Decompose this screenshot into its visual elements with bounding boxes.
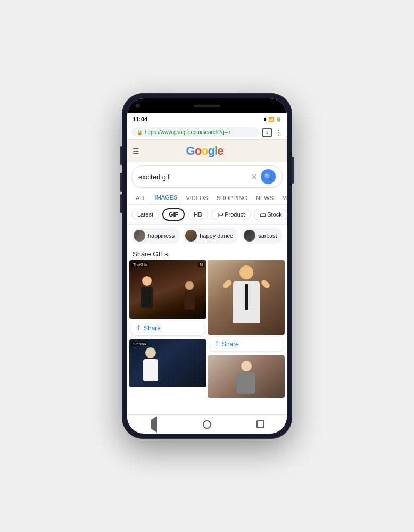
url-field[interactable]: 🔒 https://www.google.com/search?q=e: [131, 127, 259, 137]
filter-chips: Latest GIF HD 🏷 Product 🗃 Stock: [127, 205, 287, 225]
earpiece-speaker: [194, 105, 220, 107]
share-card-2[interactable]: ⤴ Share: [210, 337, 283, 351]
suggestion-happy-dance-label: happy dance: [200, 232, 233, 239]
search-bar[interactable]: excited gif ✕ 🔍: [131, 165, 283, 188]
phone-screen: 11:04 ▮ 📶 🔋 🔒 https://www.google.com/sea…: [127, 98, 287, 434]
clear-search-icon[interactable]: ✕: [251, 172, 258, 181]
browser-menu[interactable]: ⋮: [275, 128, 283, 137]
tab-more[interactable]: MA: [278, 192, 287, 204]
suggestion-sarcastic[interactable]: sarcast: [242, 228, 282, 244]
nav-back-button[interactable]: [147, 418, 160, 431]
share-gifs-heading: Share GIFs: [127, 247, 287, 260]
gif-1-mtv-badge: M: [198, 262, 204, 267]
url-domain: www.google.com/search?q=e: [161, 129, 230, 135]
filter-hd[interactable]: HD: [188, 209, 208, 220]
nav-home-button[interactable]: [201, 418, 213, 431]
lock-icon: 🔒: [137, 130, 143, 135]
gif-item-3[interactable]: StarTalk: [129, 339, 206, 387]
avatar-happy-dance: [185, 230, 197, 242]
status-time: 11:04: [133, 116, 147, 122]
gif-4-bg: [208, 355, 285, 398]
suggestion-sarcastic-label: sarcast: [258, 232, 277, 239]
google-header: ☰ Google: [127, 140, 287, 162]
filter-stock-label: Stock: [267, 211, 282, 218]
gif-2-person: [228, 265, 265, 335]
tab-videos[interactable]: VIDEOS: [181, 192, 212, 204]
google-logo[interactable]: Google: [144, 144, 266, 158]
suggestion-happiness-label: happiness: [148, 232, 175, 239]
tab-images[interactable]: IMAGES: [151, 191, 182, 205]
gif-item-1[interactable]: ThatGifs M: [129, 260, 206, 319]
share-card-1[interactable]: ⤴ Share: [131, 321, 204, 335]
avatar-sarcastic: [244, 230, 255, 242]
gif-4-person: [233, 361, 260, 395]
search-query: excited gif: [138, 173, 248, 181]
tab-news[interactable]: NEWS: [252, 192, 278, 204]
navigation-bar: [127, 414, 287, 434]
filter-product[interactable]: 🏷 Product: [211, 209, 251, 220]
share-label-1: Share: [144, 325, 161, 332]
tab-count[interactable]: 1: [262, 128, 272, 137]
battery-icon: 🔋: [276, 117, 281, 122]
gif-1-source-badge: ThatGifs: [131, 262, 148, 267]
share-label-2: Share: [222, 340, 239, 348]
front-camera: [136, 104, 140, 108]
gif-column-left: ThatGifs M ⤴ Share: [129, 260, 206, 398]
home-icon: [203, 420, 211, 429]
sim-icon: ▮: [264, 117, 267, 122]
suggestions-row: happiness happy dance sarcast: [127, 225, 287, 247]
gif-3-bg: StarTalk: [129, 339, 206, 387]
nav-recents-button[interactable]: [254, 418, 267, 431]
filter-product-label: Product: [225, 211, 245, 218]
gif-item-4[interactable]: [208, 355, 285, 398]
share-icon-1: ⤴: [137, 324, 140, 332]
gif-grid: ThatGifs M ⤴ Share: [127, 260, 287, 398]
gif-1-person2: [180, 281, 198, 316]
logo-g2: g: [208, 144, 214, 157]
google-logo-text: Google: [186, 144, 223, 158]
status-icons: ▮ 📶 🔋: [264, 117, 281, 122]
share-icon-2: ⤴: [215, 340, 219, 348]
stock-icon: 🗃: [260, 211, 266, 218]
phone-device: 11:04 ▮ 📶 🔋 🔒 https://www.google.com/sea…: [122, 93, 292, 439]
logo-g: G: [186, 144, 195, 157]
content-area: Share GIFs: [127, 247, 287, 414]
search-tabs: ALL IMAGES VIDEOS SHOPPING NEWS MA: [127, 191, 287, 205]
logo-e: e: [217, 144, 223, 157]
gif-1-bg: ThatGifs M: [129, 260, 206, 319]
recents-icon: [256, 420, 264, 428]
logo-o1: o: [195, 144, 201, 157]
search-button[interactable]: 🔍: [261, 169, 276, 184]
gif-column-right: ⤴ Share: [208, 260, 285, 398]
search-icon: 🔍: [264, 173, 272, 181]
tab-shopping[interactable]: SHOPPING: [212, 192, 252, 204]
gif-3-source-badge: StarTalk: [131, 342, 148, 346]
gif-item-2[interactable]: [208, 260, 285, 335]
logo-o2: o: [201, 144, 208, 157]
avatar-happiness: [134, 230, 145, 242]
suggestion-happiness[interactable]: happiness: [131, 228, 180, 244]
suggestion-happy-dance[interactable]: happy dance: [183, 228, 238, 244]
hamburger-menu[interactable]: ☰: [133, 147, 139, 155]
signal-icon: 📶: [268, 117, 274, 122]
address-bar[interactable]: 🔒 https://www.google.com/search?q=e 1 ⋮: [127, 125, 287, 140]
filter-gif[interactable]: GIF: [162, 208, 185, 221]
tag-icon: 🏷: [217, 211, 223, 218]
tab-all[interactable]: ALL: [131, 192, 151, 204]
gif-3-person: [140, 347, 161, 385]
status-bar: 11:04 ▮ 📶 🔋: [127, 113, 287, 125]
back-icon: [151, 420, 157, 429]
url-https: https://: [145, 129, 161, 135]
filter-stock[interactable]: 🗃 Stock: [254, 209, 287, 220]
phone-hardware-bar: [127, 98, 287, 113]
gif-1-person1: [137, 276, 156, 313]
filter-latest[interactable]: Latest: [131, 209, 159, 220]
screen-content: 11:04 ▮ 📶 🔋 🔒 https://www.google.com/sea…: [127, 98, 287, 434]
url-text: https://www.google.com/search?q=e: [145, 129, 254, 135]
gif-2-bg: [208, 260, 285, 335]
